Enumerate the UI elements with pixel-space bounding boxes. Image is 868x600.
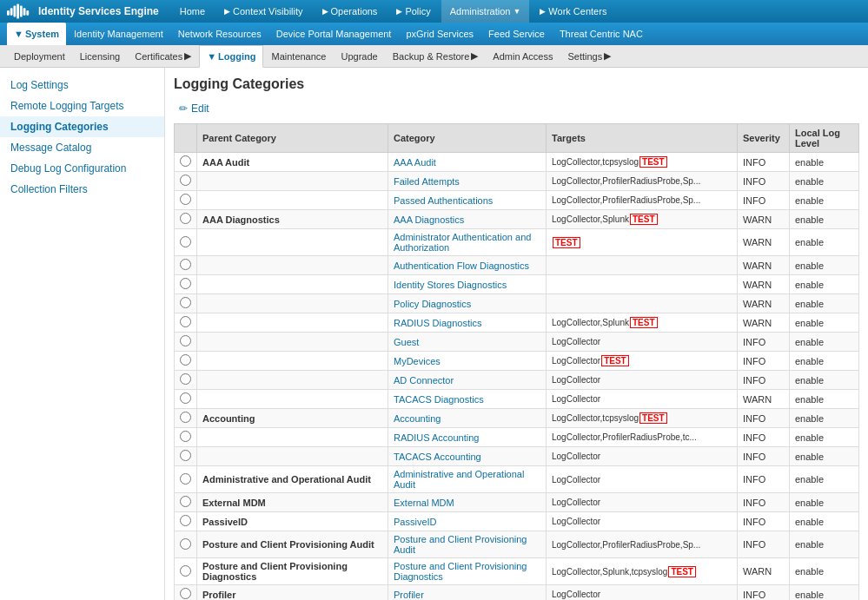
- row-radio[interactable]: [180, 588, 191, 599]
- nav-settings[interactable]: Settings▶: [560, 45, 618, 68]
- sidebar-logging-categories[interactable]: Logging Categories: [0, 116, 164, 137]
- parent-category: Accounting: [197, 409, 388, 428]
- row-radio[interactable]: [180, 392, 191, 404]
- nav-admin-access[interactable]: Admin Access: [486, 45, 560, 68]
- nav-backup-restore[interactable]: Backup & Restore▶: [386, 45, 486, 68]
- category-link[interactable]: Administrative and Operational Audit: [388, 466, 547, 493]
- category-link[interactable]: Failed Attempts: [388, 172, 547, 191]
- local-log-level-cell: enable: [790, 352, 859, 371]
- row-radio[interactable]: [180, 515, 191, 526]
- row-radio[interactable]: [180, 412, 191, 423]
- category-link[interactable]: External MDM: [388, 493, 547, 512]
- sidebar-log-settings[interactable]: Log Settings: [0, 75, 164, 96]
- sidebar-collection-filters[interactable]: Collection Filters: [0, 179, 164, 200]
- row-radio[interactable]: [180, 155, 191, 167]
- severity-cell: INFO: [738, 493, 790, 512]
- test-badge: TEST: [601, 355, 629, 366]
- sidebar-message-catalog[interactable]: Message Catalog: [0, 137, 164, 158]
- table-row: Posture and Client Provisioning Diagnost…: [175, 558, 859, 585]
- row-radio[interactable]: [180, 496, 191, 507]
- parent-category: AAA Audit: [197, 153, 388, 172]
- nav-pxgrid[interactable]: pxGrid Services: [399, 23, 480, 45]
- svg-rect-2: [13, 5, 16, 16]
- category-link[interactable]: Posture and Client Provisioning Diagnost…: [388, 558, 547, 585]
- local-log-level-cell: enable: [790, 531, 859, 558]
- row-radio[interactable]: [180, 213, 191, 224]
- row-radio[interactable]: [180, 297, 191, 308]
- nav-work-centers[interactable]: ▶Work Centers: [531, 0, 615, 23]
- category-link[interactable]: Authentication Flow Diagnostics: [388, 256, 547, 275]
- category-link[interactable]: Posture and Client Provisioning Audit: [388, 531, 547, 558]
- nav-context-visibility[interactable]: ▶Context Visibility: [215, 0, 312, 23]
- row-radio[interactable]: [180, 538, 191, 550]
- svg-rect-1: [10, 8, 13, 15]
- row-radio[interactable]: [180, 450, 191, 461]
- category-link[interactable]: AAA Audit: [388, 153, 547, 172]
- row-radio[interactable]: [180, 565, 191, 577]
- nav-certificates[interactable]: Certificates▶: [128, 45, 198, 68]
- nav-threat-centric[interactable]: Threat Centric NAC: [553, 23, 650, 45]
- nav-upgrade[interactable]: Upgrade: [334, 45, 384, 68]
- severity-cell: INFO: [738, 191, 790, 210]
- row-radio[interactable]: [180, 354, 191, 366]
- nav-policy[interactable]: ▶Policy: [388, 0, 439, 23]
- test-badge: TEST: [668, 566, 696, 577]
- category-link[interactable]: Profiler: [388, 585, 547, 601]
- category-link[interactable]: MyDevices: [388, 352, 547, 371]
- table-row: Administrator Authentication and Authori…: [175, 229, 859, 256]
- row-radio[interactable]: [180, 278, 191, 289]
- sidebar-remote-logging[interactable]: Remote Logging Targets: [0, 96, 164, 116]
- nav-home[interactable]: Home: [171, 0, 214, 23]
- row-radio[interactable]: [180, 259, 191, 270]
- targets-cell: LogCollector: [547, 333, 738, 352]
- cisco-logo: [7, 3, 31, 20]
- row-radio[interactable]: [180, 431, 191, 442]
- nav-identity-management[interactable]: Identity Management: [67, 23, 170, 45]
- category-link[interactable]: RADIUS Diagnostics: [388, 313, 547, 333]
- nav-network-resources[interactable]: Network Resources: [171, 23, 268, 45]
- sidebar-debug-log[interactable]: Debug Log Configuration: [0, 158, 164, 179]
- table-row: Posture and Client Provisioning AuditPos…: [175, 531, 859, 558]
- nav-maintenance[interactable]: Maintenance: [264, 45, 333, 68]
- table-row: Authentication Flow DiagnosticsWARNenabl…: [175, 256, 859, 275]
- row-radio[interactable]: [180, 194, 191, 205]
- parent-category: PassiveID: [197, 512, 388, 531]
- table-row: TACACS DiagnosticsLogCollectorWARNenable: [175, 390, 859, 409]
- nav-administration[interactable]: Administration▼: [441, 0, 530, 23]
- nav-device-portal[interactable]: Device Portal Management: [269, 23, 399, 45]
- category-link[interactable]: Administrator Authentication and Authori…: [388, 229, 547, 256]
- nav-licensing[interactable]: Licensing: [73, 45, 127, 68]
- row-radio[interactable]: [180, 373, 191, 385]
- row-radio[interactable]: [180, 175, 191, 186]
- table-row: External MDMExternal MDMLogCollectorINFO…: [175, 493, 859, 512]
- category-link[interactable]: TACACS Diagnostics: [388, 390, 547, 409]
- nav-operations[interactable]: ▶Operations: [314, 0, 387, 23]
- table-row: ProfilerProfilerLogCollectorINFOenable: [175, 585, 859, 601]
- category-link[interactable]: PassiveID: [388, 512, 547, 531]
- targets-cell: LogCollector,ProfilerRadiusProbe,Sp...: [547, 172, 738, 191]
- category-link[interactable]: TACACS Accounting: [388, 447, 547, 466]
- targets-cell: LogCollector,tcpsyslogTEST: [547, 409, 738, 428]
- category-link[interactable]: AD Connector: [388, 371, 547, 390]
- row-radio[interactable]: [180, 473, 191, 485]
- category-link[interactable]: Identity Stores Diagnostics: [388, 275, 547, 294]
- test-badge: TEST: [639, 156, 667, 168]
- nav-system[interactable]: ▼System: [7, 23, 66, 45]
- category-link[interactable]: AAA Diagnostics: [388, 210, 547, 229]
- row-radio[interactable]: [180, 335, 191, 346]
- edit-button[interactable]: ✏ Edit: [174, 101, 215, 116]
- nav-feed-service[interactable]: Feed Service: [481, 23, 552, 45]
- row-radio[interactable]: [180, 236, 191, 247]
- category-link[interactable]: RADIUS Accounting: [388, 428, 547, 447]
- category-link[interactable]: Accounting: [388, 409, 547, 428]
- severity-cell: WARN: [738, 313, 790, 333]
- col-radio: [175, 124, 197, 153]
- category-link[interactable]: Passed Authentications: [388, 191, 547, 210]
- severity-cell: INFO: [738, 409, 790, 428]
- svg-rect-3: [17, 4, 19, 19]
- category-link[interactable]: Guest: [388, 333, 547, 352]
- row-radio[interactable]: [180, 316, 191, 327]
- nav-logging[interactable]: ▼Logging: [199, 45, 263, 68]
- category-link[interactable]: Policy Diagnostics: [388, 294, 547, 313]
- nav-deployment[interactable]: Deployment: [7, 45, 72, 68]
